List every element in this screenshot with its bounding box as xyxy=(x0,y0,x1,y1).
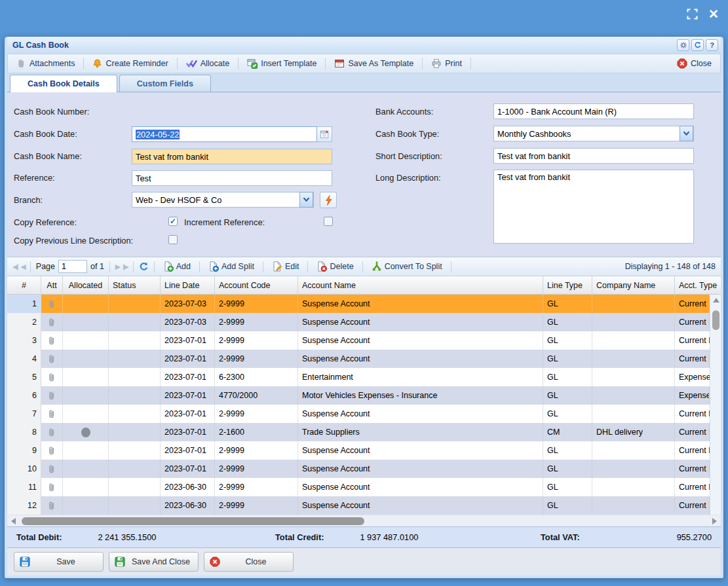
gl-cash-book-window: GL Cash Book ? Attachments Create Remind… xyxy=(4,36,724,579)
insert-template-button[interactable]: Insert Template xyxy=(242,56,321,71)
delete-line-button[interactable]: Delete xyxy=(313,260,356,273)
short-description-input[interactable]: Test vat from bankit xyxy=(493,148,694,164)
increment-reference-checkbox[interactable]: ✓ xyxy=(324,217,333,226)
copy-previous-line-description-checkbox[interactable]: ✓ xyxy=(168,235,178,244)
chevron-down-icon[interactable] xyxy=(680,126,693,141)
table-row[interactable]: 62023-07-014770/2000Motor Vehicles Expen… xyxy=(7,386,710,405)
maximize-icon[interactable] xyxy=(687,9,698,20)
horizontal-scroll-thumb[interactable] xyxy=(22,517,364,525)
convert-to-split-button[interactable]: Convert To Split xyxy=(368,260,446,273)
attachment-paperclip-icon[interactable] xyxy=(41,423,63,441)
cell-num: 3 xyxy=(7,331,41,350)
column-header-company-name[interactable]: Company Name xyxy=(592,276,675,294)
vertical-scrollbar[interactable] xyxy=(710,295,721,515)
attachments-button[interactable]: Attachments xyxy=(12,56,79,71)
settings-gear-icon[interactable] xyxy=(677,39,689,51)
attachment-paperclip-icon[interactable] xyxy=(41,496,63,515)
save-as-template-button[interactable]: Save As Template xyxy=(330,56,418,71)
cell-ltype: GL xyxy=(543,460,592,478)
attachment-paperclip-icon[interactable] xyxy=(41,441,63,460)
attachment-paperclip-icon[interactable] xyxy=(41,350,63,368)
copy-reference-checkbox[interactable]: ✓ xyxy=(168,217,178,226)
prev-page-icon[interactable]: ◀ xyxy=(20,263,24,271)
cell-ltype: GL xyxy=(543,441,592,460)
last-page-icon[interactable]: |▶ xyxy=(123,263,127,271)
branch-quick-action-button[interactable] xyxy=(320,192,337,208)
scroll-up-icon[interactable] xyxy=(712,296,720,304)
table-row[interactable]: 12023-07-032-9999Suspense AccountGLCurre… xyxy=(7,295,710,313)
attachment-paperclip-icon[interactable] xyxy=(41,405,63,423)
cell-comp xyxy=(592,405,675,423)
attachment-paperclip-icon[interactable] xyxy=(41,313,63,331)
toolbar-separator xyxy=(422,58,423,69)
page-number-input[interactable] xyxy=(58,260,87,273)
close-toolbar-button[interactable]: Close xyxy=(672,56,716,71)
date-picker-button[interactable] xyxy=(317,126,332,142)
edit-line-button[interactable]: Edit xyxy=(269,260,303,273)
table-row[interactable]: 72023-07-012-9999Suspense AccountGLCurre… xyxy=(7,405,710,423)
attachment-paperclip-icon[interactable] xyxy=(41,331,63,350)
tab-cash-book-details[interactable]: Cash Book Details xyxy=(10,75,117,92)
grid-refresh-icon[interactable] xyxy=(139,262,149,272)
scroll-left-icon[interactable] xyxy=(9,517,18,525)
table-row[interactable]: 112023-06-302-9999Suspense AccountGLCurr… xyxy=(7,478,710,496)
column-header-acct-type[interactable]: Acct. Type xyxy=(675,276,721,294)
attachment-paperclip-icon[interactable] xyxy=(41,478,63,496)
cash-book-date-input[interactable]: 2024-05-22 xyxy=(132,126,317,142)
chevron-down-icon[interactable] xyxy=(299,192,313,208)
cell-num: 7 xyxy=(7,405,41,423)
table-row[interactable]: 42023-07-012-9999Suspense AccountGLCurre… xyxy=(7,350,710,368)
save-and-close-button[interactable]: Save And Close xyxy=(109,552,199,572)
column-header-account-name[interactable]: Account Name xyxy=(298,276,543,294)
refresh-icon[interactable] xyxy=(691,39,704,51)
cell-date: 2023-07-01 xyxy=(161,350,215,368)
cell-name: Suspense Account xyxy=(298,441,543,460)
column-header-line-date[interactable]: Line Date xyxy=(161,276,215,294)
table-row[interactable]: 122023-06-302-9999Suspense AccountGLCurr… xyxy=(7,496,710,515)
reference-input[interactable]: Test xyxy=(132,170,332,186)
attachment-paperclip-icon[interactable] xyxy=(41,460,63,478)
cash-book-name-input[interactable]: Test vat from bankit xyxy=(132,149,332,164)
create-reminder-button[interactable]: Create Reminder xyxy=(88,56,172,71)
save-button[interactable]: Save xyxy=(14,552,104,572)
next-page-icon[interactable]: ▶ xyxy=(115,263,119,271)
cash-book-type-select[interactable]: Monthly Cashbooks xyxy=(493,126,694,141)
column-header-line-type[interactable]: Line Type xyxy=(543,276,592,294)
total-debit-value: 2 241 355.1500 xyxy=(98,532,156,542)
column-header-allocated[interactable]: Allocated xyxy=(63,276,109,294)
cell-ltype: GL xyxy=(543,295,592,313)
table-row[interactable]: 92023-07-012-9999Suspense AccountGLCurre… xyxy=(7,441,710,460)
column-header-status[interactable]: Status xyxy=(109,276,161,294)
close-button[interactable]: Close xyxy=(204,552,294,572)
add-icon xyxy=(163,261,174,272)
cell-status xyxy=(109,405,161,423)
branch-select[interactable]: Web - Dev HSOF & Co xyxy=(132,192,314,208)
add-line-button[interactable]: Add xyxy=(160,260,194,273)
first-page-icon[interactable]: ◀| xyxy=(12,263,17,271)
table-row[interactable]: 52023-07-016-2300EntertainmentGLExpenses xyxy=(7,368,710,386)
attachment-paperclip-icon[interactable] xyxy=(41,368,63,386)
allocate-button[interactable]: Allocate xyxy=(182,57,234,70)
close-window-icon[interactable]: ✕ xyxy=(708,8,719,20)
long-description-textarea[interactable]: Test vat from bankit xyxy=(493,170,694,244)
column-header-account-code[interactable]: Account Code xyxy=(215,276,298,294)
table-row[interactable]: 82023-07-012-1600Trade SuppliersCMDHL de… xyxy=(7,423,710,441)
column-header--[interactable]: # xyxy=(7,276,41,294)
add-split-button[interactable]: Add Split xyxy=(205,260,258,273)
table-row[interactable]: 102023-07-012-9999Suspense AccountGLCurr… xyxy=(7,460,710,478)
scroll-right-icon[interactable] xyxy=(710,517,719,525)
attachment-paperclip-icon[interactable] xyxy=(41,295,63,313)
table-row[interactable]: 32023-07-012-9999Suspense AccountGLCurre… xyxy=(7,331,710,350)
column-header-att[interactable]: Att xyxy=(41,276,63,294)
table-row[interactable]: 22023-07-032-9999Suspense AccountGLCurre… xyxy=(7,313,710,331)
convert-to-split-icon xyxy=(372,261,382,272)
cell-code: 2-9999 xyxy=(215,460,298,478)
horizontal-scrollbar[interactable] xyxy=(7,515,721,526)
toolbar-separator xyxy=(83,58,84,69)
help-icon[interactable]: ? xyxy=(706,39,718,51)
vertical-scroll-thumb[interactable] xyxy=(712,310,719,330)
attachment-paperclip-icon[interactable] xyxy=(41,386,63,405)
tab-custom-fields[interactable]: Custom Fields xyxy=(119,75,211,92)
bank-accounts-input[interactable]: 1-1000 - Bank Account Main (R) xyxy=(493,103,694,119)
print-button[interactable]: Print xyxy=(427,56,467,71)
